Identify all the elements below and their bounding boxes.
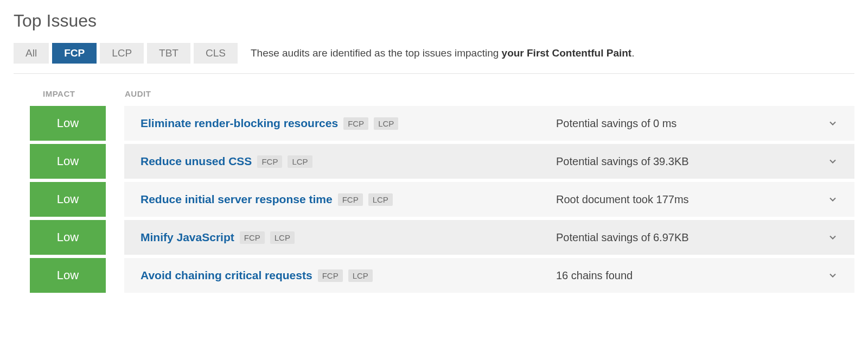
- metric-tag: FCP: [257, 155, 282, 168]
- metric-tag: FCP: [338, 193, 363, 206]
- audit-detail: 16 chains found: [556, 269, 816, 282]
- tab-tbt[interactable]: TBT: [147, 43, 190, 64]
- audit-link[interactable]: Minify JavaScript: [141, 231, 234, 244]
- impact-badge: Low: [30, 144, 106, 179]
- tab-lcp[interactable]: LCP: [100, 43, 144, 64]
- audit-main: Minify JavaScriptFCPLCP: [141, 231, 556, 244]
- tabbar-description-prefix: These audits are identified as the top i…: [251, 47, 502, 59]
- audit-row: LowReduce unused CSSFCPLCPPotential savi…: [30, 144, 854, 179]
- metric-tag: LCP: [368, 193, 393, 206]
- table-header: IMPACT AUDIT: [30, 89, 854, 106]
- metric-tag: LCP: [288, 155, 312, 168]
- impact-badge: Low: [30, 106, 106, 141]
- column-header-audit: AUDIT: [125, 89, 854, 98]
- column-header-impact: IMPACT: [30, 89, 125, 98]
- chevron-down-icon[interactable]: [816, 270, 849, 281]
- audit-row: LowAvoid chaining critical requestsFCPLC…: [30, 258, 854, 293]
- audit-row-body[interactable]: Minify JavaScriptFCPLCPPotential savings…: [124, 220, 854, 255]
- audit-link[interactable]: Avoid chaining critical requests: [141, 269, 312, 282]
- metric-tag: FCP: [343, 117, 368, 130]
- tab-all[interactable]: All: [14, 43, 49, 64]
- audit-main: Avoid chaining critical requestsFCPLCP: [141, 269, 556, 282]
- audit-detail: Root document took 177ms: [556, 193, 816, 206]
- audit-row: LowEliminate render-blocking resourcesFC…: [30, 106, 854, 141]
- metric-tag: LCP: [374, 117, 398, 130]
- metric-tag: FCP: [318, 269, 343, 282]
- audit-link[interactable]: Reduce unused CSS: [141, 155, 252, 168]
- metric-tabbar: AllFCPLCPTBTCLS These audits are identif…: [14, 43, 854, 74]
- tab-fcp[interactable]: FCP: [52, 43, 97, 64]
- tab-cls[interactable]: CLS: [194, 43, 238, 64]
- metric-tag: FCP: [240, 231, 265, 244]
- impact-badge: Low: [30, 220, 106, 255]
- chevron-down-icon[interactable]: [816, 232, 849, 243]
- audit-link[interactable]: Eliminate render-blocking resources: [141, 117, 338, 130]
- audit-row-body[interactable]: Reduce initial server response timeFCPLC…: [124, 182, 854, 217]
- tabbar-description-suffix: .: [631, 47, 634, 59]
- tabbar-description: These audits are identified as the top i…: [251, 47, 635, 59]
- tabbar-description-bold: your First Contentful Paint: [502, 47, 632, 59]
- audit-detail: Potential savings of 39.3KB: [556, 155, 816, 168]
- chevron-down-icon[interactable]: [816, 194, 849, 205]
- audit-main: Eliminate render-blocking resourcesFCPLC…: [141, 117, 556, 130]
- metric-tag: LCP: [348, 269, 373, 282]
- page-title: Top Issues: [14, 11, 854, 31]
- audit-main: Reduce unused CSSFCPLCP: [141, 155, 556, 168]
- metric-tag: LCP: [270, 231, 295, 244]
- chevron-down-icon[interactable]: [816, 156, 849, 167]
- audit-row-body[interactable]: Reduce unused CSSFCPLCPPotential savings…: [124, 144, 854, 179]
- audit-main: Reduce initial server response timeFCPLC…: [141, 193, 556, 206]
- audit-row: LowReduce initial server response timeFC…: [30, 182, 854, 217]
- audit-row-body[interactable]: Eliminate render-blocking resourcesFCPLC…: [124, 106, 854, 141]
- audit-row: LowMinify JavaScriptFCPLCPPotential savi…: [30, 220, 854, 255]
- audit-row-body[interactable]: Avoid chaining critical requestsFCPLCP16…: [124, 258, 854, 293]
- chevron-down-icon[interactable]: [816, 118, 849, 129]
- impact-badge: Low: [30, 258, 106, 293]
- audit-link[interactable]: Reduce initial server response time: [141, 193, 333, 206]
- audit-detail: Potential savings of 6.97KB: [556, 231, 816, 244]
- impact-badge: Low: [30, 182, 106, 217]
- audit-rows: LowEliminate render-blocking resourcesFC…: [30, 106, 854, 293]
- audit-detail: Potential savings of 0 ms: [556, 117, 816, 130]
